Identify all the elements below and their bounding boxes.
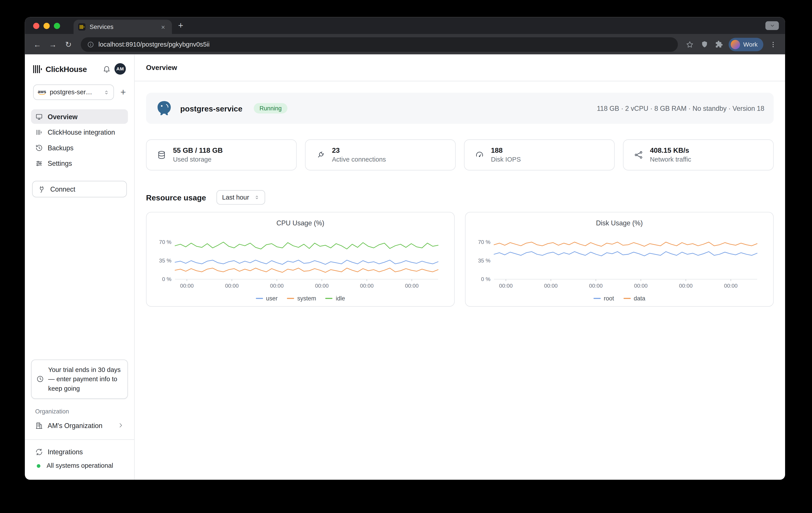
history-clock-icon [35, 144, 43, 151]
stat-card-used-storage: 55 GB / 118 GB Used storage [146, 139, 297, 170]
sidebar: ClickHouse AM aws postgres-ser… + [25, 54, 135, 480]
disk-usage-chart: 0 %35 %70 %00:0000:0000:0000:0000:0000:0… [474, 228, 764, 295]
browser-toolbar: ← → ↻ localhost:8910/postgres/pgkybgnv0s… [25, 34, 785, 55]
sidebar-item-overview[interactable]: Overview [31, 109, 128, 124]
plug-icon [38, 185, 46, 193]
updown-chevron-icon [104, 89, 110, 96]
service-selector[interactable]: aws postgres-ser… [33, 85, 114, 100]
sidebar-item-backups[interactable]: Backups [31, 140, 128, 155]
sidebar-nav: Overview ClickHouse integration Backups [31, 109, 128, 170]
disk-usage-chart-card: Disk Usage (%) 0 %35 %70 %00:0000:0000:0… [465, 212, 774, 307]
close-window-button[interactable] [33, 23, 39, 29]
stat-label: Active connections [332, 156, 386, 163]
url-bar[interactable]: localhost:8910/postgres/pgkybgnv0s5ii [81, 37, 678, 52]
svg-text:00:00: 00:00 [315, 283, 329, 289]
tab-title: Services [90, 23, 155, 31]
notifications-bell-icon[interactable] [103, 65, 111, 73]
tab-close-icon[interactable]: × [159, 23, 168, 31]
monitor-icon [35, 113, 43, 120]
connect-label: Connect [50, 185, 76, 193]
postgres-logo [155, 99, 173, 117]
network-nodes-icon [634, 150, 643, 160]
clickhouse-logo [33, 64, 42, 73]
time-range-value: Last hour [222, 194, 249, 201]
profile-avatar [731, 40, 740, 49]
service-summary-card: postgres-service Running 118 GB · 2 vCPU… [146, 93, 774, 124]
chart-legend: usersystemidle [256, 295, 345, 302]
extensions-puzzle-icon[interactable] [712, 37, 726, 51]
legend-label: system [297, 295, 316, 302]
chevron-down-icon [769, 23, 775, 28]
stat-value: 408.15 KB/s [650, 147, 691, 154]
stat-label: Used storage [173, 156, 223, 163]
svg-text:0 %: 0 % [162, 276, 171, 282]
sidebar-item-label: Backups [48, 144, 74, 151]
svg-text:00:00: 00:00 [589, 283, 603, 289]
app-content: ClickHouse AM aws postgres-ser… + [25, 54, 785, 480]
database-icon [157, 150, 166, 160]
svg-text:70 %: 70 % [159, 239, 171, 245]
resource-usage-title: Resource usage [146, 193, 206, 202]
time-range-select[interactable]: Last hour [216, 190, 265, 205]
organization-section-label: Organization [35, 408, 124, 414]
svg-text:00:00: 00:00 [360, 283, 374, 289]
user-avatar[interactable]: AM [115, 63, 126, 75]
organization-name: AM's Organization [48, 421, 103, 429]
back-button[interactable]: ← [30, 37, 45, 52]
legend-item-idle: idle [325, 295, 345, 302]
legend-item-system: system [287, 295, 316, 302]
sidebar-item-label: Overview [48, 113, 78, 120]
service-specs: 118 GB · 2 vCPU · 8 GB RAM · No standby … [597, 105, 764, 112]
sidebar-item-settings[interactable]: Settings [31, 156, 128, 170]
legend-item-user: user [256, 295, 278, 302]
service-selector-value: postgres-ser… [50, 88, 100, 96]
organization-row[interactable]: AM's Organization [31, 418, 128, 433]
sidebar-item-label: Settings [48, 160, 72, 167]
shield-extension-icon[interactable] [698, 37, 711, 51]
sync-arrows-icon [35, 448, 43, 456]
minimize-window-button[interactable] [44, 23, 50, 29]
legend-item-root: root [593, 295, 614, 302]
system-status-link[interactable]: All systems operational [31, 459, 128, 473]
sidebar-item-clickhouse-integration[interactable]: ClickHouse integration [31, 125, 128, 140]
svg-text:00:00: 00:00 [225, 283, 239, 289]
reload-button[interactable]: ↻ [61, 37, 76, 52]
browser-tab[interactable]: Services × [74, 20, 172, 34]
main-body: postgres-service Running 118 GB · 2 vCPU… [135, 81, 785, 318]
connect-button[interactable]: Connect [32, 181, 127, 197]
legend-label: user [266, 295, 278, 302]
zoom-window-button[interactable] [54, 23, 60, 29]
forward-button[interactable]: → [46, 37, 60, 52]
site-info-icon[interactable] [87, 40, 94, 48]
chart-legend: rootdata [593, 295, 645, 302]
legend-label: root [604, 295, 614, 302]
add-service-button[interactable]: + [120, 88, 126, 97]
svg-text:0 %: 0 % [481, 276, 491, 282]
screen: Services × + ← → ↻ localhost:8910/postgr… [0, 0, 812, 513]
updown-chevron-icon [254, 194, 259, 200]
tab-strip: Services × + [25, 17, 785, 34]
stat-value: 188 [491, 147, 521, 154]
legend-swatch-icon [287, 298, 294, 299]
brand-row: ClickHouse AM [31, 62, 128, 76]
legend-swatch-icon [624, 298, 631, 299]
clock-icon [36, 375, 44, 383]
tab-search-button[interactable] [765, 21, 779, 30]
page-title: Overview [146, 64, 177, 72]
bookmark-star-icon[interactable] [683, 37, 697, 51]
browser-window: Services × + ← → ↻ localhost:8910/postgr… [25, 17, 785, 480]
legend-swatch-icon [256, 298, 263, 299]
stats-row: 55 GB / 118 GB Used storage 23 Active co… [146, 139, 774, 170]
new-tab-button[interactable]: + [178, 21, 183, 30]
profile-chip[interactable]: Work [729, 37, 763, 51]
integrations-link[interactable]: Integrations [31, 445, 128, 459]
svg-text:00:00: 00:00 [679, 283, 693, 289]
gauge-icon [475, 150, 484, 160]
browser-menu-icon[interactable] [766, 37, 780, 51]
charts-row: CPU Usage (%) 0 %35 %70 %00:0000:0000:00… [146, 212, 774, 307]
resource-usage-row: Resource usage Last hour [146, 190, 774, 205]
legend-item-data: data [624, 295, 645, 302]
svg-text:35 %: 35 % [478, 258, 490, 263]
svg-text:00:00: 00:00 [544, 283, 558, 289]
svg-text:00:00: 00:00 [724, 283, 737, 289]
